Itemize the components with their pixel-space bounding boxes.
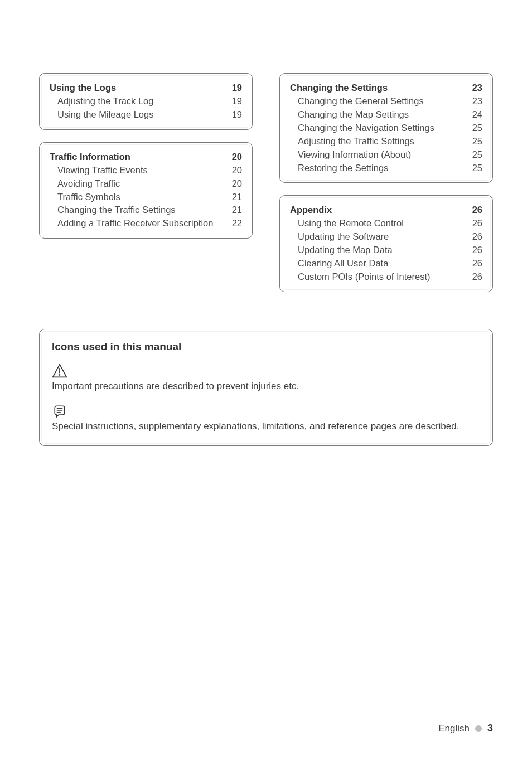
- toc-item-label: Changing the Traffic Settings: [57, 203, 226, 217]
- toc-item-page: 25: [467, 148, 482, 162]
- toc-item-page: 26: [467, 244, 482, 257]
- toc-item: Adding a Traffic Receiver Subscription 2…: [50, 217, 242, 230]
- page: Using the Logs 19 Adjusting the Track Lo…: [0, 0, 532, 761]
- icon-legend-text: Special instructions, supplementary expl…: [52, 420, 480, 433]
- toc-item: Updating the Software 26: [290, 230, 482, 244]
- icon-legend-text: Important precautions are described to p…: [52, 380, 480, 393]
- toc-box-changing-settings: Changing the Settings 23 Changing the Ge…: [279, 73, 493, 183]
- toc-item: Changing the Map Settings 24: [290, 108, 482, 122]
- toc-item-page: 20: [226, 164, 242, 177]
- toc-item: Clearing All User Data 26: [290, 257, 482, 270]
- toc-item-label: Traffic Symbols: [57, 191, 226, 204]
- toc-heading-page: 19: [226, 81, 242, 95]
- toc-item: Custom POIs (Points of Interest) 26: [290, 270, 482, 284]
- svg-point-2: [59, 374, 61, 376]
- toc-item-page: 25: [467, 135, 482, 148]
- footer-page-number: 3: [487, 723, 493, 734]
- toc-item-page: 24: [467, 108, 482, 122]
- toc-item: Changing the General Settings 23: [290, 95, 482, 108]
- toc-item-label: Avoiding Traffic: [57, 177, 226, 191]
- toc-column-left: Using the Logs 19 Adjusting the Track Lo…: [39, 73, 253, 292]
- toc-item-page: 26: [467, 217, 482, 230]
- toc-heading-label: Traffic Information: [50, 151, 226, 164]
- toc-item-label: Changing the General Settings: [298, 95, 467, 108]
- toc-item-label: Using the Mileage Logs: [57, 108, 226, 122]
- toc-item-page: 25: [467, 122, 482, 135]
- note-icon: [52, 403, 67, 419]
- toc-item-page: 22: [226, 217, 242, 230]
- toc-heading-page: 20: [226, 151, 242, 164]
- toc-item: Updating the Map Data 26: [290, 244, 482, 257]
- toc-item-page: 26: [467, 230, 482, 244]
- toc-item-label: Using the Remote Control: [298, 217, 467, 230]
- icons-legend-wrap: Icons used in this manual Important prec…: [39, 329, 493, 446]
- toc-item: Avoiding Traffic 20: [50, 177, 242, 191]
- toc-item-label: Clearing All User Data: [298, 257, 467, 270]
- toc-box-traffic-info: Traffic Information 20 Viewing Traffic E…: [39, 142, 253, 239]
- toc-item-page: 23: [467, 95, 482, 108]
- toc-heading: Using the Logs 19: [50, 81, 242, 95]
- toc-item-label: Adjusting the Traffic Settings: [298, 135, 467, 148]
- toc-item-page: 25: [467, 162, 482, 175]
- toc-box-appendix: Appendix 26 Using the Remote Control 26 …: [279, 195, 493, 292]
- toc-item: Changing the Navigation Settings 25: [290, 122, 482, 135]
- footer-language: English: [438, 723, 470, 734]
- icon-legend-entry: Special instructions, supplementary expl…: [52, 403, 480, 433]
- icon-legend-entry: Important precautions are described to p…: [52, 363, 480, 393]
- toc-columns: Using the Logs 19 Adjusting the Track Lo…: [39, 73, 493, 292]
- toc-item-label: Viewing Traffic Events: [57, 164, 226, 177]
- toc-item-page: 19: [226, 95, 242, 108]
- toc-item-label: Viewing Information (About): [298, 148, 467, 162]
- toc-heading-label: Appendix: [290, 203, 467, 217]
- toc-heading: Changing the Settings 23: [290, 81, 482, 95]
- toc-item: Viewing Information (About) 25: [290, 148, 482, 162]
- toc-box-using-logs: Using the Logs 19 Adjusting the Track Lo…: [39, 73, 253, 130]
- toc-item: Using the Mileage Logs 19: [50, 108, 242, 122]
- icons-legend-box: Icons used in this manual Important prec…: [39, 329, 493, 446]
- toc-item: Viewing Traffic Events 20: [50, 164, 242, 177]
- warning-icon: [52, 363, 67, 379]
- toc-item: Using the Remote Control 26: [290, 217, 482, 230]
- page-footer: English 3: [438, 723, 493, 734]
- toc-heading: Traffic Information 20: [50, 151, 242, 164]
- toc-item-label: Changing the Map Settings: [298, 108, 467, 122]
- toc-item-page: 20: [226, 177, 242, 191]
- footer-bullet-icon: [475, 725, 482, 732]
- toc-item: Adjusting the Track Log 19: [50, 95, 242, 108]
- toc-item-label: Custom POIs (Points of Interest): [298, 270, 467, 284]
- toc-heading-label: Changing the Settings: [290, 81, 467, 95]
- toc-heading-page: 26: [467, 203, 482, 217]
- toc-item-page: 19: [226, 108, 242, 122]
- toc-item-page: 26: [467, 270, 482, 284]
- toc-item-label: Restoring the Settings: [298, 162, 467, 175]
- toc-item-label: Adding a Traffic Receiver Subscription: [57, 217, 226, 230]
- toc-item-page: 21: [226, 203, 242, 217]
- toc-item-label: Updating the Software: [298, 230, 467, 244]
- toc-item-page: 26: [467, 257, 482, 270]
- toc-item: Traffic Symbols 21: [50, 191, 242, 204]
- toc-heading-label: Using the Logs: [50, 81, 226, 95]
- toc-heading: Appendix 26: [290, 203, 482, 217]
- toc-item: Restoring the Settings 25: [290, 162, 482, 175]
- header-rule: [33, 45, 499, 45]
- toc-item-label: Adjusting the Track Log: [57, 95, 226, 108]
- toc-item-label: Updating the Map Data: [298, 244, 467, 257]
- toc-item: Adjusting the Traffic Settings 25: [290, 135, 482, 148]
- toc-item-label: Changing the Navigation Settings: [298, 122, 467, 135]
- toc-item: Changing the Traffic Settings 21: [50, 203, 242, 217]
- icons-legend-title: Icons used in this manual: [52, 341, 480, 353]
- toc-heading-page: 23: [467, 81, 482, 95]
- toc-item-page: 21: [226, 191, 242, 204]
- toc-column-right: Changing the Settings 23 Changing the Ge…: [279, 73, 493, 292]
